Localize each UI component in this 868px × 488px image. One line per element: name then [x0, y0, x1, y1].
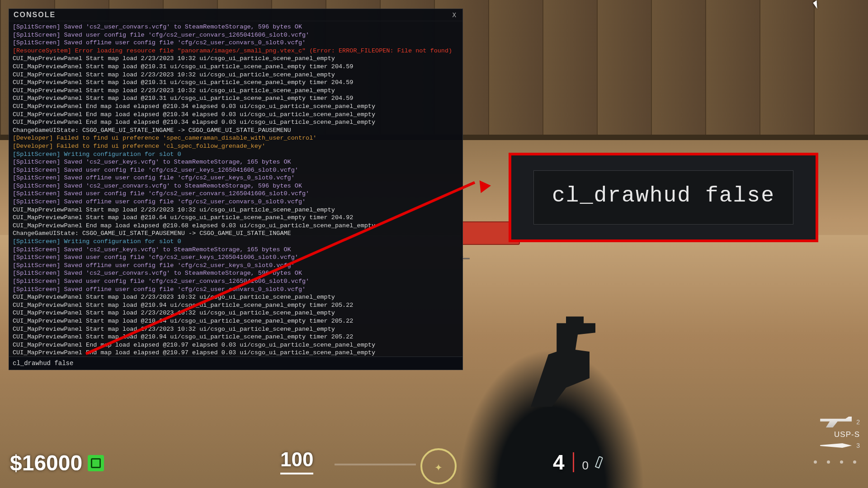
console-log-line: [SplitScreen] Writing configuration for …: [13, 150, 459, 159]
viewmodel-hands: [443, 325, 660, 488]
console-log-line: [SplitScreen] Saved 'cs2_user_convars.vc…: [13, 23, 459, 31]
console-log-line: [SplitScreen] Saved 'cs2_user_keys.vcfg'…: [13, 158, 459, 166]
console-log-line: [SplitScreen] Saved user config file 'cf…: [13, 277, 459, 286]
weapon-name-label: USP-S: [834, 430, 860, 439]
buy-menu-icon: [88, 455, 104, 471]
console-titlebar[interactable]: CONSOLE X: [9, 9, 462, 21]
developer-console: CONSOLE X [SplitScreen] Saved 'cs2_user_…: [9, 9, 463, 370]
console-log-line: [SplitScreen] Saved 'cs2_user_convars.vc…: [13, 269, 459, 277]
annotation-arrow-head-icon: [480, 179, 492, 193]
console-log-line: CUI_MapPreviewPanel Start map load @210.…: [13, 94, 459, 103]
console-log-line: ChangeGameUIState: CSGO_GAME_UI_STATE_IN…: [13, 127, 459, 135]
console-log-line: CUI_MapPreviewPanel Start map load @210.…: [13, 63, 459, 71]
console-log-line: [SplitScreen] Saved 'cs2_user_convars.vc…: [13, 182, 459, 190]
console-log-line: CUI_MapPreviewPanel Start map load 2/23/…: [13, 87, 459, 95]
console-log-line: CUI_MapPreviewPanel End map load elapsed…: [13, 111, 459, 119]
hud-ammo-reserve: 0: [582, 459, 589, 473]
hud-ammo: 4 0: [553, 450, 601, 474]
console-title: CONSOLE: [14, 11, 56, 19]
console-log-line: CUI_MapPreviewPanel End map load elapsed…: [13, 222, 459, 230]
console-log-line: [SplitScreen] Saved user config file 'cf…: [13, 190, 459, 198]
annotation-zoom-box: cl_drawhud false: [509, 153, 818, 242]
hud-money: $16000: [10, 450, 104, 475]
console-log-line: CUI_MapPreviewPanel Start map load @210.…: [13, 79, 459, 87]
console-log-output[interactable]: [SplitScreen] Saved 'cs2_user_convars.vc…: [9, 21, 462, 357]
knife-icon: [820, 443, 852, 448]
weapon-slot-number: 2: [856, 418, 860, 426]
console-log-line: CUI_MapPreviewPanel Start map load @210.…: [13, 317, 459, 325]
console-command-input[interactable]: [9, 357, 462, 370]
console-log-line: CUI_MapPreviewPanel Start map load 2/23/…: [13, 55, 459, 63]
pistol-icon: [820, 417, 852, 427]
console-log-line: ChangeGameUIState: CSGO_GAME_UI_STATE_PA…: [13, 230, 459, 238]
dot-icon: [827, 460, 830, 464]
hud-money-value: $16000: [10, 450, 82, 475]
dot-icon: [853, 460, 856, 464]
console-log-line: CUI_MapPreviewPanel Start map load @210.…: [13, 301, 459, 310]
console-close-button[interactable]: X: [451, 11, 458, 19]
console-input-row: [9, 357, 462, 370]
hud-health-bar: [335, 464, 416, 465]
console-log-line: [Developer] Failed to find ui preference…: [13, 134, 459, 142]
console-log-line: [SplitScreen] Saved 'cs2_user_keys.vcfg'…: [13, 246, 459, 254]
hud-ammo-divider: [573, 452, 574, 472]
console-log-line: [SplitScreen] Saved offline user config …: [13, 198, 459, 206]
console-log-line: CUI_MapPreviewPanel End map load elapsed…: [13, 341, 459, 349]
console-log-line: [ResourceSystem] Error loading resource …: [13, 47, 459, 55]
dot-icon: [814, 460, 817, 464]
console-log-line: [SplitScreen] Writing configuration for …: [13, 238, 459, 246]
weapon-slot-knife: 3: [788, 442, 860, 449]
console-log-line: CUI_MapPreviewPanel Start map load 2/23/…: [13, 325, 459, 333]
console-log-line: CUI_MapPreviewPanel Start map load 2/23/…: [13, 309, 459, 317]
weapon-slot-pistol: 2: [788, 417, 860, 427]
dot-icon: [840, 460, 843, 464]
console-log-line: CUI_MapPreviewPanel Start map load 2/23/…: [13, 71, 459, 79]
console-log-line: [SplitScreen] Saved offline user config …: [13, 174, 459, 182]
weapon-name-row: USP-S: [788, 430, 860, 439]
hud-team-emblem-icon: ✦: [420, 448, 457, 484]
console-log-line: [SplitScreen] Saved user config file 'cf…: [13, 31, 459, 39]
console-log-line: [SplitScreen] Saved user config file 'cf…: [13, 166, 459, 174]
console-log-line: CUI_MapPreviewPanel Start map load 2/23/…: [13, 206, 459, 214]
console-log-line: [SplitScreen] Saved offline user config …: [13, 262, 459, 270]
console-log-line: [SplitScreen] Saved user config file 'cf…: [13, 253, 459, 262]
console-log-line: [SplitScreen] Saved offline user config …: [13, 39, 459, 47]
hud-health-value: 100: [280, 448, 313, 474]
console-log-line: CUI_MapPreviewPanel Start map load 2/23/…: [13, 293, 459, 301]
hud-weapon-list: 2 USP-S 3: [788, 417, 860, 452]
weapon-slot-number: 3: [856, 442, 860, 449]
annotation-zoom-text: cl_drawhud false: [533, 170, 793, 225]
console-log-line: CUI_MapPreviewPanel End map load elapsed…: [13, 103, 459, 111]
hud-ammo-clip: 4: [553, 450, 565, 474]
console-log-line: CUI_MapPreviewPanel Start map load @210.…: [13, 333, 459, 341]
console-log-line: CUI_MapPreviewPanel End map load elapsed…: [13, 118, 459, 127]
hud-round-progress-dots: [814, 460, 856, 464]
console-log-line: [Developer] Failed to find ui preference…: [13, 142, 459, 150]
console-log-line: CUI_MapPreviewPanel End map load elapsed…: [13, 349, 459, 357]
